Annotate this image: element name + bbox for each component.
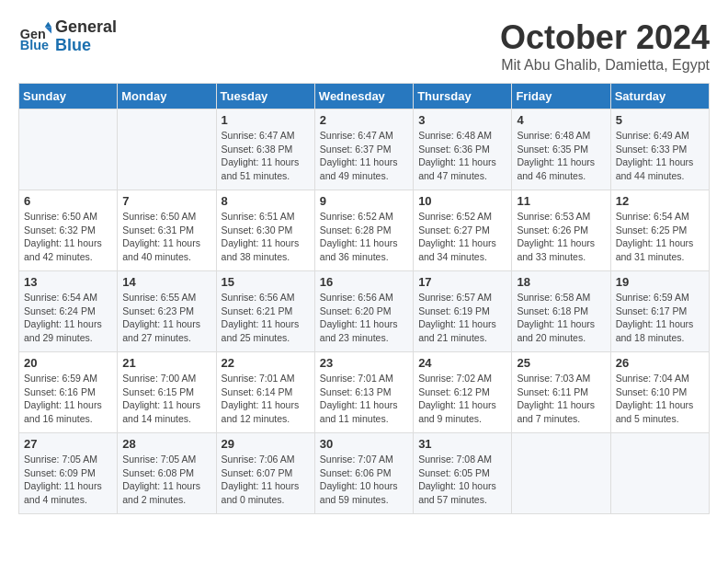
day-number: 17 — [418, 275, 506, 289]
day-number: 2 — [320, 113, 408, 127]
day-info: Sunrise: 6:54 AMSunset: 6:25 PMDaylight:… — [616, 210, 704, 264]
calendar-cell: 1Sunrise: 6:47 AMSunset: 6:38 PMDaylight… — [216, 109, 314, 190]
calendar-cell — [512, 433, 610, 514]
calendar-cell — [610, 433, 709, 514]
calendar-cell: 23Sunrise: 7:01 AMSunset: 6:13 PMDayligh… — [314, 352, 413, 433]
svg-marker-3 — [45, 27, 51, 33]
day-info: Sunrise: 7:08 AMSunset: 6:05 PMDaylight:… — [418, 453, 506, 507]
day-number: 10 — [418, 194, 506, 208]
day-number: 13 — [24, 275, 112, 289]
calendar-cell: 4Sunrise: 6:48 AMSunset: 6:35 PMDaylight… — [512, 109, 610, 190]
calendar-cell: 2Sunrise: 6:47 AMSunset: 6:37 PMDaylight… — [314, 109, 413, 190]
calendar-cell: 27Sunrise: 7:05 AMSunset: 6:09 PMDayligh… — [19, 433, 118, 514]
day-number: 20 — [24, 356, 112, 370]
week-row-4: 20Sunrise: 6:59 AMSunset: 6:16 PMDayligh… — [19, 352, 710, 433]
logo-blue: Blue — [55, 37, 117, 55]
day-info: Sunrise: 7:03 AMSunset: 6:11 PMDaylight:… — [517, 372, 605, 426]
day-number: 5 — [616, 113, 704, 127]
calendar-cell: 9Sunrise: 6:52 AMSunset: 6:28 PMDaylight… — [314, 190, 413, 271]
day-info: Sunrise: 6:56 AMSunset: 6:20 PMDaylight:… — [320, 291, 408, 345]
day-number: 19 — [616, 275, 704, 289]
logo: Gen Blue General Blue — [18, 18, 117, 55]
day-header-monday: Monday — [118, 84, 216, 109]
day-info: Sunrise: 6:56 AMSunset: 6:21 PMDaylight:… — [222, 291, 310, 345]
day-number: 3 — [418, 113, 506, 127]
day-info: Sunrise: 6:52 AMSunset: 6:28 PMDaylight:… — [320, 210, 408, 264]
day-info: Sunrise: 7:07 AMSunset: 6:06 PMDaylight:… — [320, 453, 408, 507]
calendar-cell: 6Sunrise: 6:50 AMSunset: 6:32 PMDaylight… — [19, 190, 118, 271]
day-number: 6 — [24, 194, 112, 208]
day-number: 12 — [616, 194, 704, 208]
week-row-1: 1Sunrise: 6:47 AMSunset: 6:38 PMDaylight… — [19, 109, 710, 190]
day-number: 23 — [320, 356, 408, 370]
day-info: Sunrise: 6:49 AMSunset: 6:33 PMDaylight:… — [616, 129, 704, 183]
location: Mit Abu Ghalib, Damietta, Egypt — [500, 57, 710, 74]
logo-general: General — [55, 17, 117, 36]
day-number: 30 — [320, 437, 408, 451]
day-header-tuesday: Tuesday — [216, 84, 314, 109]
calendar-cell: 13Sunrise: 6:54 AMSunset: 6:24 PMDayligh… — [19, 271, 118, 352]
calendar-cell: 30Sunrise: 7:07 AMSunset: 6:06 PMDayligh… — [314, 433, 413, 514]
title-block: October 2024 Mit Abu Ghalib, Damietta, E… — [500, 18, 710, 74]
day-number: 21 — [122, 356, 210, 370]
calendar-cell: 5Sunrise: 6:49 AMSunset: 6:33 PMDaylight… — [610, 109, 709, 190]
day-info: Sunrise: 6:48 AMSunset: 6:36 PMDaylight:… — [418, 129, 506, 183]
day-header-sunday: Sunday — [19, 84, 118, 109]
week-row-5: 27Sunrise: 7:05 AMSunset: 6:09 PMDayligh… — [19, 433, 710, 514]
day-info: Sunrise: 6:47 AMSunset: 6:37 PMDaylight:… — [320, 129, 408, 183]
day-info: Sunrise: 6:54 AMSunset: 6:24 PMDaylight:… — [24, 291, 112, 345]
day-info: Sunrise: 6:52 AMSunset: 6:27 PMDaylight:… — [418, 210, 506, 264]
day-number: 31 — [418, 437, 506, 451]
day-info: Sunrise: 7:06 AMSunset: 6:07 PMDaylight:… — [222, 453, 310, 507]
day-info: Sunrise: 6:48 AMSunset: 6:35 PMDaylight:… — [517, 129, 605, 183]
calendar-cell: 17Sunrise: 6:57 AMSunset: 6:19 PMDayligh… — [414, 271, 512, 352]
day-info: Sunrise: 7:02 AMSunset: 6:12 PMDaylight:… — [418, 372, 506, 426]
day-header-saturday: Saturday — [610, 84, 709, 109]
calendar-cell: 21Sunrise: 7:00 AMSunset: 6:15 PMDayligh… — [118, 352, 216, 433]
calendar-cell — [19, 109, 118, 190]
day-info: Sunrise: 7:05 AMSunset: 6:09 PMDaylight:… — [24, 453, 112, 507]
day-number: 8 — [222, 194, 310, 208]
calendar-header-row: SundayMondayTuesdayWednesdayThursdayFrid… — [19, 84, 710, 109]
day-info: Sunrise: 6:57 AMSunset: 6:19 PMDaylight:… — [418, 291, 506, 345]
page-header: Gen Blue General Blue October 2024 Mit A… — [18, 18, 710, 74]
day-number: 27 — [24, 437, 112, 451]
day-number: 14 — [122, 275, 210, 289]
svg-text:Blue: Blue — [20, 38, 49, 52]
day-info: Sunrise: 7:05 AMSunset: 6:08 PMDaylight:… — [122, 453, 210, 507]
svg-marker-2 — [45, 22, 51, 27]
day-header-wednesday: Wednesday — [314, 84, 413, 109]
day-number: 7 — [122, 194, 210, 208]
day-info: Sunrise: 6:51 AMSunset: 6:30 PMDaylight:… — [222, 210, 310, 264]
day-number: 29 — [222, 437, 310, 451]
calendar-cell: 26Sunrise: 7:04 AMSunset: 6:10 PMDayligh… — [610, 352, 709, 433]
day-number: 18 — [517, 275, 605, 289]
day-info: Sunrise: 6:55 AMSunset: 6:23 PMDaylight:… — [122, 291, 210, 345]
day-number: 4 — [517, 113, 605, 127]
day-info: Sunrise: 6:58 AMSunset: 6:18 PMDaylight:… — [517, 291, 605, 345]
calendar-cell: 3Sunrise: 6:48 AMSunset: 6:36 PMDaylight… — [414, 109, 512, 190]
calendar-cell: 22Sunrise: 7:01 AMSunset: 6:14 PMDayligh… — [216, 352, 314, 433]
calendar-cell: 11Sunrise: 6:53 AMSunset: 6:26 PMDayligh… — [512, 190, 610, 271]
day-info: Sunrise: 7:01 AMSunset: 6:14 PMDaylight:… — [222, 372, 310, 426]
day-info: Sunrise: 7:04 AMSunset: 6:10 PMDaylight:… — [616, 372, 704, 426]
day-number: 26 — [616, 356, 704, 370]
day-info: Sunrise: 6:59 AMSunset: 6:17 PMDaylight:… — [616, 291, 704, 345]
calendar-cell: 12Sunrise: 6:54 AMSunset: 6:25 PMDayligh… — [610, 190, 709, 271]
day-number: 15 — [222, 275, 310, 289]
week-row-2: 6Sunrise: 6:50 AMSunset: 6:32 PMDaylight… — [19, 190, 710, 271]
day-number: 1 — [222, 113, 310, 127]
day-number: 25 — [517, 356, 605, 370]
calendar-cell: 24Sunrise: 7:02 AMSunset: 6:12 PMDayligh… — [414, 352, 512, 433]
calendar-cell: 29Sunrise: 7:06 AMSunset: 6:07 PMDayligh… — [216, 433, 314, 514]
calendar-cell — [118, 109, 216, 190]
calendar-cell: 28Sunrise: 7:05 AMSunset: 6:08 PMDayligh… — [118, 433, 216, 514]
calendar-body: 1Sunrise: 6:47 AMSunset: 6:38 PMDaylight… — [19, 109, 710, 514]
day-number: 16 — [320, 275, 408, 289]
day-header-friday: Friday — [512, 84, 610, 109]
day-header-thursday: Thursday — [414, 84, 512, 109]
logo-icon: Gen Blue — [18, 20, 51, 53]
calendar-cell: 14Sunrise: 6:55 AMSunset: 6:23 PMDayligh… — [118, 271, 216, 352]
month-title: October 2024 — [500, 18, 710, 57]
calendar-cell: 19Sunrise: 6:59 AMSunset: 6:17 PMDayligh… — [610, 271, 709, 352]
